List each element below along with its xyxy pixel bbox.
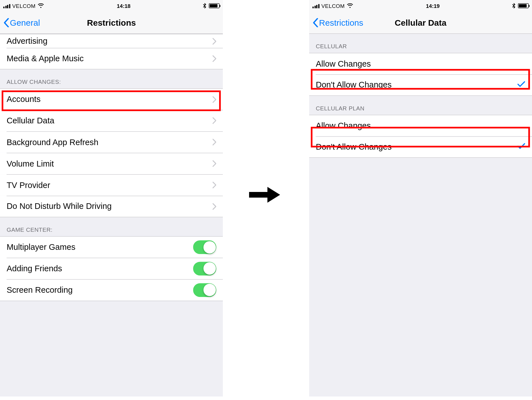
group-spacer [0, 301, 223, 317]
row-label: Don't Allow Changes [316, 142, 392, 152]
screenshot-restrictions: VELCOM 14:18 [0, 0, 223, 396]
bluetooth-icon [203, 3, 206, 8]
row-allow-changes[interactable]: Allow Changes [309, 53, 532, 74]
battery-icon [209, 3, 219, 8]
cellular-plan-section: CELLULAR PLAN Allow Changes Don't Allow … [309, 96, 532, 158]
content-group: Advertising Media & Apple Music [0, 34, 223, 69]
battery-icon [518, 3, 529, 8]
chevron-right-icon [212, 139, 216, 145]
row-label: Screen Recording [6, 285, 72, 295]
chevron-left-icon [313, 18, 318, 27]
row-label: Do Not Disturb While Driving [6, 202, 111, 211]
chevron-right-icon [212, 38, 216, 44]
row-dont-allow-changes[interactable]: Don't Allow Changes [309, 136, 532, 158]
back-label: Restrictions [319, 18, 363, 27]
checkmark-icon [517, 80, 525, 90]
row-label: Allow Changes [316, 59, 371, 69]
wifi-icon [38, 3, 44, 8]
row-volume-limit[interactable]: Volume Limit [0, 153, 223, 174]
row-label: Accounts [6, 95, 40, 104]
back-button[interactable]: Restrictions [313, 18, 363, 27]
group-header: CELLULAR [309, 34, 532, 53]
row-media-apple-music[interactable]: Media & Apple Music [0, 48, 223, 69]
status-bar: VELCOM 14:18 [0, 0, 223, 12]
chevron-right-icon [212, 203, 216, 209]
row-label: Multiplayer Games [6, 242, 75, 252]
nav-bar: General Restrictions [0, 12, 223, 34]
back-label: General [10, 18, 40, 27]
row-accounts[interactable]: Accounts [0, 88, 223, 110]
status-bar: VELCOM 14:19 [309, 0, 532, 12]
row-cellular-data[interactable]: Cellular Data [0, 110, 223, 131]
cellular-signal-icon [313, 3, 319, 8]
cellular-signal-icon [3, 3, 10, 8]
chevron-right-icon [212, 160, 216, 167]
status-time: 14:18 [117, 3, 131, 9]
screenshot-cellular-data: VELCOM 14:19 Re [309, 0, 532, 396]
chevron-right-icon [212, 182, 216, 188]
row-label: Don't Allow Changes [316, 80, 392, 90]
toggle-switch[interactable] [193, 262, 216, 275]
group-header: ALLOW CHANGES: [0, 69, 223, 88]
row-label: Background App Refresh [6, 137, 98, 147]
row-screen-recording: Screen Recording [0, 279, 223, 301]
group-header: GAME CENTER: [0, 217, 223, 236]
row-dnd-while-driving[interactable]: Do Not Disturb While Driving [0, 196, 223, 217]
row-label: Allow Changes [316, 121, 371, 131]
toggle-switch[interactable] [193, 240, 216, 254]
status-time: 14:19 [426, 3, 440, 9]
allow-changes-group: ALLOW CHANGES: Accounts Cellular Data Ba… [0, 69, 223, 217]
row-advertising[interactable]: Advertising [0, 34, 223, 48]
row-label: Adding Friends [6, 264, 62, 273]
row-adding-friends: Adding Friends [0, 258, 223, 279]
chevron-left-icon [3, 18, 9, 27]
nav-bar: Restrictions Cellular Data [309, 12, 532, 34]
carrier-label: VELCOM [321, 3, 345, 9]
row-label: Cellular Data [6, 116, 54, 125]
cellular-section: CELLULAR Allow Changes Don't Allow Chang… [309, 34, 532, 96]
row-label: TV Provider [6, 180, 50, 190]
chevron-right-icon [212, 96, 216, 102]
carrier-label: VELCOM [12, 3, 36, 9]
group-header: CELLULAR PLAN [309, 96, 532, 115]
row-tv-provider[interactable]: TV Provider [0, 174, 223, 196]
row-label: Volume Limit [6, 159, 54, 169]
chevron-right-icon [212, 55, 216, 62]
row-label: Media & Apple Music [6, 54, 83, 63]
row-label: Advertising [6, 36, 47, 46]
chevron-right-icon [212, 117, 216, 124]
back-button[interactable]: General [3, 18, 40, 27]
row-allow-changes[interactable]: Allow Changes [309, 115, 532, 136]
arrow-right-icon [246, 181, 283, 209]
game-center-group: GAME CENTER: Multiplayer Games Adding Fr… [0, 217, 223, 317]
row-multiplayer-games: Multiplayer Games [0, 236, 223, 258]
bluetooth-icon [512, 3, 516, 8]
wifi-icon [347, 3, 353, 8]
checkmark-icon [517, 142, 525, 152]
toggle-switch[interactable] [193, 283, 216, 297]
row-dont-allow-changes[interactable]: Don't Allow Changes [309, 74, 532, 96]
row-background-app-refresh[interactable]: Background App Refresh [0, 131, 223, 153]
